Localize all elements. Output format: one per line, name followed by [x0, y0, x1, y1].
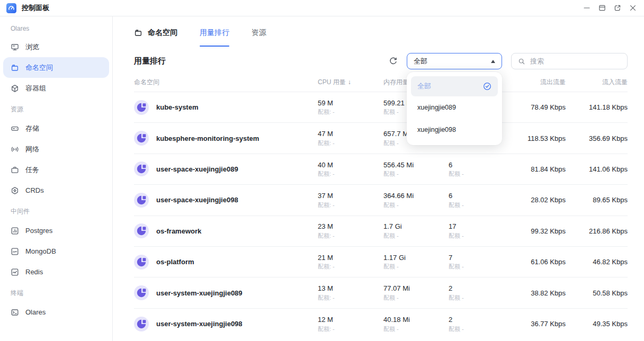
- traffic-out-cell: 99.32 Kbps: [502, 227, 566, 235]
- pods-cell: 7配额 -: [449, 254, 502, 271]
- minimize-icon: [583, 4, 591, 12]
- dropdown-option-all[interactable]: 全部: [411, 76, 498, 96]
- sidebar-group: 中间件 Postgres MongoDB Redis: [0, 201, 112, 282]
- minimize-button[interactable]: [583, 4, 591, 12]
- table-column-header[interactable]: CPU 用量 ↓: [318, 78, 383, 87]
- memory-usage-cell: 1.17 Gi配额 -: [383, 254, 449, 271]
- dropdown-option-xuejingjie098[interactable]: xuejingjie098: [411, 119, 498, 141]
- dropdown-options: xuejingjie089xuejingjie098: [411, 96, 498, 141]
- titlebar: 控制面板: [0, 0, 644, 16]
- table-row[interactable]: kubesphere-monitoring-system 47 M配额: - 6…: [134, 123, 628, 154]
- section-title-label: 命名空间: [148, 28, 177, 38]
- filter-dropdown: 全部 xuejingjie089xuejingjie098: [407, 72, 502, 145]
- window-controls: [583, 4, 637, 12]
- table-column-header[interactable]: 流入流量: [566, 78, 628, 87]
- tab-resources[interactable]: 资源: [252, 16, 266, 49]
- table-row[interactable]: user-system-xuejingjie089 13 M配额: - 77.0…: [134, 277, 628, 308]
- table-body: kube-system 59 M配额: - 599.21 Mi配额 - 78.4…: [134, 92, 628, 339]
- caret-up-icon: [491, 60, 495, 63]
- traffic-in-cell: 356.69 Kbps: [566, 134, 628, 142]
- table-header: 命名空间 CPU 用量 ↓ 内存用量 流出流量 流入流量: [134, 73, 628, 92]
- app-logo-icon: [6, 3, 16, 13]
- traffic-in-cell: 46.82 Kbps: [566, 258, 628, 266]
- namespace-pie-icon: [134, 193, 149, 208]
- traffic-out-cell: 78.49 Kbps: [502, 103, 566, 111]
- table-row[interactable]: user-system-xuejingjie098 12 M配额: - 40.1…: [134, 309, 628, 339]
- maximize-button[interactable]: [598, 4, 606, 12]
- table-row[interactable]: os-platform 21 M配额: - 1.17 Gi配额 - 7配额 - …: [134, 247, 628, 277]
- namespace-name: user-system-xuejingjie089: [156, 289, 243, 297]
- redis-icon: [11, 268, 19, 276]
- sidebar-group-label: Olares: [0, 22, 112, 37]
- namespace-icon: [134, 29, 142, 37]
- traffic-in-cell: 49.35 Kbps: [566, 320, 628, 328]
- open-external-button[interactable]: [614, 4, 621, 12]
- memory-usage-cell: 556.45 Mi配额 -: [383, 161, 449, 178]
- namespace-name: kubesphere-monitoring-system: [156, 134, 259, 142]
- traffic-out-cell: 28.02 Kbps: [502, 196, 566, 204]
- namespace-name: user-space-xuejingjie089: [156, 165, 238, 173]
- app-window: 控制面板 Olares 浏览 命名空间 容器组 资源 存储 网络 任务 CRDs: [0, 0, 644, 341]
- pods-cell: 2配额 -: [449, 316, 502, 333]
- memory-usage-cell: 77.07 Mi配额 -: [383, 284, 449, 301]
- namespace-pie-icon: [134, 223, 149, 238]
- traffic-in-cell: 141.18 Kbps: [566, 103, 628, 111]
- filter-select-wrap: 全部 全部 xuejingjie089xuejingjie098: [407, 53, 502, 69]
- traffic-in-cell: 50.58 Kbps: [566, 289, 628, 297]
- close-icon: [629, 4, 637, 12]
- table-row[interactable]: user-space-xuejingjie098 37 M配额: - 364.6…: [134, 185, 628, 216]
- mongodb-icon: [11, 247, 19, 256]
- page-title: 用量排行: [134, 56, 166, 66]
- sidebar-item-mongodb[interactable]: MongoDB: [3, 241, 109, 262]
- traffic-in-cell: 141.06 Kbps: [566, 165, 628, 173]
- cpu-usage-cell: 13 M配额: -: [318, 284, 383, 301]
- pods-cell: 17配额 -: [449, 222, 502, 239]
- sidebar-item-pods[interactable]: 容器组: [3, 78, 109, 98]
- sidebar-item-browse[interactable]: 浏览: [3, 37, 109, 57]
- traffic-out-cell: 61.06 Kbps: [502, 258, 566, 266]
- check-circle-icon: [483, 82, 491, 91]
- crds-icon: [11, 186, 19, 195]
- external-link-icon: [614, 4, 621, 12]
- sidebar-group-label: 资源: [0, 98, 112, 118]
- sidebar-item-postgres[interactable]: Postgres: [3, 220, 109, 241]
- namespace-pie-icon: [134, 161, 149, 176]
- table-column-header[interactable]: 流出流量: [502, 78, 566, 87]
- cpu-usage-cell: 37 M配额: -: [318, 192, 383, 209]
- memory-usage-cell: 364.66 Mi配额 -: [383, 192, 449, 209]
- app-title: 控制面板: [22, 3, 49, 13]
- sidebar-group: 资源 存储 网络 任务 CRDs: [0, 98, 112, 201]
- table-row[interactable]: user-space-xuejingjie089 40 M配额: - 556.4…: [134, 154, 628, 185]
- sidebar-item-namespace[interactable]: 命名空间: [3, 57, 109, 78]
- cpu-usage-cell: 47 M配额: -: [318, 130, 383, 147]
- filter-select[interactable]: 全部: [407, 53, 502, 69]
- search-input[interactable]: [530, 57, 621, 65]
- refresh-icon[interactable]: [389, 57, 398, 66]
- sidebar-item-tasks[interactable]: 任务: [3, 159, 109, 180]
- namespace-pie-icon: [134, 255, 149, 270]
- sidebar-item-crds[interactable]: CRDs: [3, 180, 109, 201]
- toolbar: 用量排行 全部 全部 xuejingjie089: [134, 53, 628, 69]
- browse-icon: [11, 43, 19, 51]
- tab-bar: 命名空间 用量排行 资源: [134, 16, 628, 49]
- sidebar-item-terminal[interactable]: Olares: [3, 302, 109, 322]
- sidebar-group-label: 中间件: [0, 201, 112, 220]
- table-row[interactable]: kube-system 59 M配额: - 599.21 Mi配额 - 78.4…: [134, 92, 628, 123]
- tab-usage-ranking[interactable]: 用量排行: [200, 16, 229, 49]
- table-row[interactable]: os-framework 23 M配额: - 1.7 Gi配额 - 17配额 -…: [134, 216, 628, 247]
- namespace-name: user-space-xuejingjie098: [156, 196, 238, 204]
- sidebar-group: Olares 浏览 命名空间 容器组: [0, 22, 112, 98]
- dropdown-option-xuejingjie089[interactable]: xuejingjie089: [411, 96, 498, 119]
- sidebar-item-storage[interactable]: 存储: [3, 118, 109, 139]
- postgres-icon: [11, 227, 19, 235]
- table-column-header[interactable]: 命名空间: [134, 78, 318, 87]
- maximize-icon: [598, 4, 606, 12]
- cpu-usage-cell: 21 M配额: -: [318, 254, 383, 271]
- sidebar-item-network[interactable]: 网络: [3, 139, 109, 159]
- sidebar: Olares 浏览 命名空间 容器组 资源 存储 网络 任务 CRDs 中间件 …: [0, 16, 113, 341]
- terminal-icon: [11, 308, 19, 317]
- search-box: [511, 53, 628, 69]
- close-button[interactable]: [629, 4, 637, 12]
- filter-select-value: 全部: [414, 57, 427, 66]
- sidebar-item-redis[interactable]: Redis: [3, 262, 109, 282]
